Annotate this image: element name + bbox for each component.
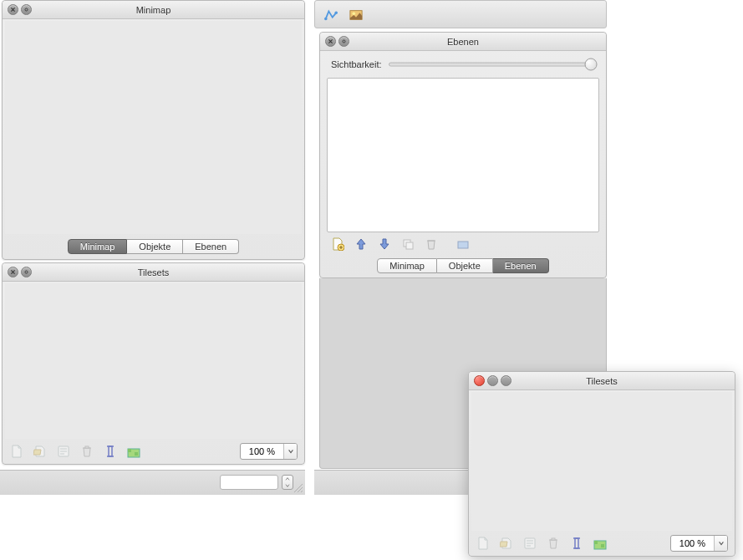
minimap-panel: Minimap Minimap Objekte Ebenen: [2, 0, 305, 260]
svg-rect-4: [109, 446, 112, 456]
svg-rect-22: [601, 544, 604, 547]
tilesets-float-titlebar[interactable]: Tilesets: [469, 372, 735, 390]
edit-tileset-icon[interactable]: [126, 444, 141, 459]
tilesets-left-titlebar[interactable]: Tilesets: [3, 263, 304, 282]
trash-icon[interactable]: [79, 444, 94, 459]
layer-list[interactable]: [327, 78, 599, 232]
tab-ebenen[interactable]: Ebenen: [183, 239, 239, 254]
rename-icon[interactable]: [103, 444, 118, 459]
move-down-icon[interactable]: [377, 237, 392, 252]
move-up-icon[interactable]: [354, 237, 369, 252]
edit-tileset-icon[interactable]: [593, 536, 608, 551]
stepper-up-icon[interactable]: [282, 476, 293, 482]
svg-rect-15: [406, 242, 413, 249]
visibility-slider[interactable]: [389, 58, 595, 71]
stepper-input[interactable]: [220, 475, 278, 490]
minimap-title: Minimap: [3, 5, 304, 15]
polyline-tool-icon[interactable]: [323, 8, 338, 23]
svg-point-11: [353, 12, 356, 15]
tilesets-left-title: Tilesets: [3, 267, 304, 277]
minimap-tab-bar: Minimap Objekte Ebenen: [3, 239, 304, 254]
svg-rect-21: [594, 541, 598, 544]
chevron-down-icon[interactable]: [714, 536, 727, 551]
minimize-icon[interactable]: [487, 375, 498, 386]
zoom-combobox[interactable]: 100 %: [240, 443, 298, 460]
stepper-down-icon[interactable]: [282, 482, 293, 489]
maximize-icon[interactable]: [501, 375, 511, 386]
open-document-icon[interactable]: [499, 536, 514, 551]
svg-point-9: [334, 12, 338, 15]
slider-thumb-icon[interactable]: [585, 59, 598, 71]
tab-objekte[interactable]: Objekte: [437, 258, 493, 273]
stepper-control[interactable]: [220, 475, 293, 490]
svg-rect-16: [458, 242, 468, 248]
close-icon[interactable]: [474, 375, 485, 386]
tab-ebenen[interactable]: Ebenen: [493, 258, 549, 273]
tab-objekte[interactable]: Objekte: [127, 239, 183, 254]
tilesets-left-panel: Tilesets 100 %: [2, 262, 305, 465]
properties-icon[interactable]: [522, 536, 537, 551]
zoom-combobox[interactable]: 100 %: [670, 535, 728, 552]
ebenen-panel: Ebenen Sichtbarkeit: Minimap Objekte: [319, 32, 607, 278]
layer-toolbar: [323, 234, 603, 254]
svg-rect-19: [575, 538, 578, 548]
svg-rect-3: [85, 446, 89, 448]
svg-point-8: [324, 18, 328, 21]
svg-point-1: [25, 271, 28, 273]
zoom-value: 100 %: [671, 538, 714, 548]
tab-minimap[interactable]: Minimap: [377, 258, 437, 273]
duplicate-layer-icon[interactable]: [400, 237, 415, 252]
ebenen-tab-bar: Minimap Objekte Ebenen: [320, 258, 606, 273]
maximize-icon[interactable]: [21, 267, 32, 277]
visibility-label: Sichtbarkeit:: [331, 59, 382, 69]
minimap-titlebar[interactable]: Minimap: [3, 1, 304, 19]
ebenen-titlebar[interactable]: Ebenen: [320, 33, 606, 51]
svg-rect-7: [135, 452, 138, 456]
zoom-value: 100 %: [241, 446, 283, 456]
svg-point-0: [25, 8, 28, 11]
ebenen-title: Ebenen: [320, 37, 606, 47]
maximize-icon[interactable]: [338, 36, 349, 47]
open-document-icon[interactable]: [33, 444, 48, 459]
resize-grabber-icon[interactable]: [293, 482, 303, 492]
close-icon[interactable]: [325, 36, 336, 47]
svg-point-12: [343, 40, 345, 43]
new-document-icon[interactable]: [9, 444, 24, 459]
chevron-down-icon[interactable]: [283, 444, 297, 459]
properties-icon[interactable]: [56, 444, 71, 459]
tilesets-floating-window[interactable]: Tilesets 100 %: [468, 371, 735, 557]
insert-image-tool-icon[interactable]: [349, 8, 364, 23]
left-footer-bar: [0, 470, 305, 495]
new-layer-icon[interactable]: [330, 237, 345, 252]
close-icon[interactable]: [8, 4, 18, 15]
delete-layer-icon[interactable]: [424, 237, 439, 252]
new-document-icon[interactable]: [476, 536, 491, 551]
svg-rect-18: [552, 538, 555, 540]
tab-minimap[interactable]: Minimap: [68, 239, 128, 254]
trash-icon[interactable]: [546, 536, 561, 551]
maximize-icon[interactable]: [21, 4, 32, 15]
svg-rect-6: [128, 449, 131, 452]
rename-icon[interactable]: [569, 536, 584, 551]
main-toolbar-fragment: [314, 0, 607, 28]
visibility-row: Sichtbarkeit:: [323, 53, 603, 76]
close-icon[interactable]: [8, 267, 18, 277]
other-layer-icon[interactable]: [455, 237, 471, 252]
